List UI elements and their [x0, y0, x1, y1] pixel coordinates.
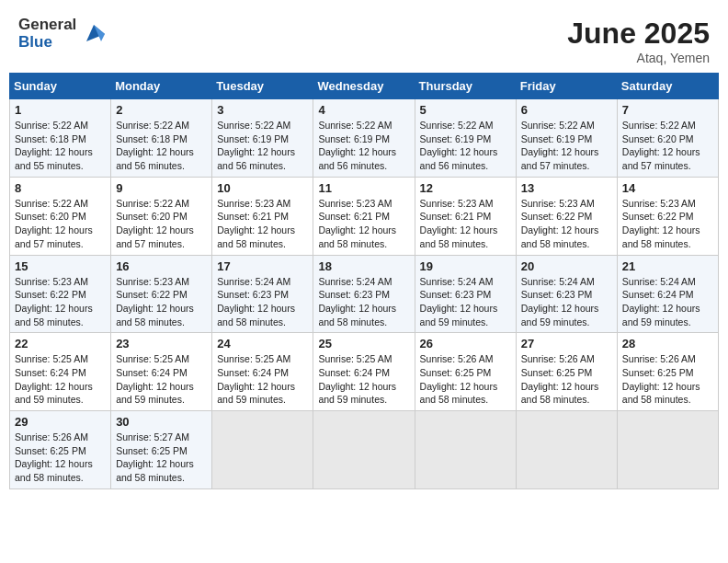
- calendar-cell: [516, 411, 617, 489]
- day-number: 13: [521, 181, 612, 195]
- sunset-label: Sunset: 6:23 PM: [420, 289, 492, 300]
- sunrise-label: Sunrise: 5:27 AM: [116, 431, 189, 442]
- calendar-cell: 10 Sunrise: 5:23 AM Sunset: 6:21 PM Dayl…: [212, 177, 313, 255]
- daylight-label: Daylight: 12 hours and 56 minutes.: [116, 146, 194, 171]
- day-info: Sunrise: 5:23 AM Sunset: 6:22 PM Dayligh…: [15, 275, 106, 329]
- calendar-cell: 19 Sunrise: 5:24 AM Sunset: 6:23 PM Dayl…: [415, 255, 516, 333]
- page-header: General Blue June 2025 Ataq, Yemen: [9, 9, 719, 71]
- sunset-label: Sunset: 6:24 PM: [217, 367, 289, 378]
- day-number: 29: [15, 415, 106, 429]
- calendar-cell: [313, 411, 415, 489]
- day-info: Sunrise: 5:23 AM Sunset: 6:22 PM Dayligh…: [521, 197, 612, 251]
- day-number: 5: [420, 103, 511, 117]
- daylight-label: Daylight: 12 hours and 59 minutes.: [521, 303, 599, 327]
- day-number: 22: [15, 337, 106, 350]
- day-number: 9: [116, 181, 207, 195]
- day-info: Sunrise: 5:24 AM Sunset: 6:23 PM Dayligh…: [217, 275, 308, 329]
- sunset-label: Sunset: 6:24 PM: [622, 289, 694, 300]
- sunset-label: Sunset: 6:19 PM: [217, 133, 289, 144]
- daylight-label: Daylight: 12 hours and 59 minutes.: [622, 303, 700, 327]
- day-number: 25: [318, 337, 409, 350]
- daylight-label: Daylight: 12 hours and 57 minutes.: [622, 146, 700, 171]
- logo-blue: Blue: [18, 34, 76, 52]
- day-header-saturday: Saturday: [617, 74, 718, 99]
- calendar-cell: 26 Sunrise: 5:26 AM Sunset: 6:25 PM Dayl…: [415, 333, 516, 411]
- sunrise-label: Sunrise: 5:26 AM: [521, 353, 595, 364]
- day-info: Sunrise: 5:24 AM Sunset: 6:24 PM Dayligh…: [622, 275, 713, 329]
- day-info: Sunrise: 5:24 AM Sunset: 6:23 PM Dayligh…: [521, 275, 612, 329]
- daylight-label: Daylight: 12 hours and 59 minutes.: [15, 381, 93, 406]
- day-info: Sunrise: 5:25 AM Sunset: 6:24 PM Dayligh…: [217, 352, 308, 407]
- sunset-label: Sunset: 6:25 PM: [420, 367, 492, 378]
- day-info: Sunrise: 5:23 AM Sunset: 6:21 PM Dayligh…: [217, 197, 308, 251]
- day-info: Sunrise: 5:25 AM Sunset: 6:24 PM Dayligh…: [15, 352, 106, 407]
- daylight-label: Daylight: 12 hours and 56 minutes.: [217, 146, 295, 171]
- sunrise-label: Sunrise: 5:24 AM: [420, 276, 494, 287]
- day-number: 8: [15, 181, 106, 195]
- day-info: Sunrise: 5:24 AM Sunset: 6:23 PM Dayligh…: [318, 275, 409, 329]
- day-header-tuesday: Tuesday: [212, 74, 313, 99]
- sunrise-label: Sunrise: 5:23 AM: [521, 198, 595, 209]
- day-number: 3: [217, 103, 308, 117]
- daylight-label: Daylight: 12 hours and 58 minutes.: [318, 224, 396, 249]
- daylight-label: Daylight: 12 hours and 58 minutes.: [116, 303, 194, 327]
- day-info: Sunrise: 5:22 AM Sunset: 6:18 PM Dayligh…: [15, 119, 106, 173]
- daylight-label: Daylight: 12 hours and 59 minutes.: [217, 381, 295, 406]
- sunrise-label: Sunrise: 5:22 AM: [622, 120, 696, 131]
- day-number: 12: [420, 181, 511, 195]
- calendar-cell: 20 Sunrise: 5:24 AM Sunset: 6:23 PM Dayl…: [516, 255, 617, 333]
- day-info: Sunrise: 5:22 AM Sunset: 6:20 PM Dayligh…: [622, 119, 713, 173]
- daylight-label: Daylight: 12 hours and 58 minutes.: [318, 303, 396, 327]
- calendar-cell: 29 Sunrise: 5:26 AM Sunset: 6:25 PM Dayl…: [10, 411, 111, 489]
- calendar-cell: 21 Sunrise: 5:24 AM Sunset: 6:24 PM Dayl…: [617, 255, 718, 333]
- calendar-cell: 13 Sunrise: 5:23 AM Sunset: 6:22 PM Dayl…: [516, 177, 617, 255]
- daylight-label: Daylight: 12 hours and 58 minutes.: [15, 303, 93, 327]
- day-number: 23: [116, 337, 207, 350]
- calendar-cell: 22 Sunrise: 5:25 AM Sunset: 6:24 PM Dayl…: [10, 333, 111, 411]
- sunset-label: Sunset: 6:23 PM: [521, 289, 593, 300]
- title-block: June 2025 Ataq, Yemen: [567, 17, 710, 65]
- sunrise-label: Sunrise: 5:24 AM: [318, 276, 392, 287]
- day-info: Sunrise: 5:22 AM Sunset: 6:19 PM Dayligh…: [521, 119, 612, 173]
- day-number: 19: [420, 259, 511, 273]
- calendar-cell: 9 Sunrise: 5:22 AM Sunset: 6:20 PM Dayli…: [111, 177, 212, 255]
- day-info: Sunrise: 5:26 AM Sunset: 6:25 PM Dayligh…: [521, 352, 612, 407]
- daylight-label: Daylight: 12 hours and 58 minutes.: [521, 224, 599, 249]
- daylight-label: Daylight: 12 hours and 59 minutes.: [420, 303, 498, 327]
- sunset-label: Sunset: 6:22 PM: [521, 211, 593, 222]
- calendar-cell: 6 Sunrise: 5:22 AM Sunset: 6:19 PM Dayli…: [516, 99, 617, 178]
- sunrise-label: Sunrise: 5:26 AM: [420, 353, 494, 364]
- sunrise-label: Sunrise: 5:23 AM: [420, 198, 494, 209]
- sunset-label: Sunset: 6:23 PM: [217, 289, 289, 300]
- daylight-label: Daylight: 12 hours and 58 minutes.: [15, 458, 93, 483]
- logo: General Blue: [18, 17, 108, 51]
- day-info: Sunrise: 5:22 AM Sunset: 6:19 PM Dayligh…: [217, 119, 308, 173]
- sunrise-label: Sunrise: 5:24 AM: [217, 276, 290, 287]
- calendar-cell: 5 Sunrise: 5:22 AM Sunset: 6:19 PM Dayli…: [415, 99, 516, 178]
- day-number: 1: [15, 103, 106, 117]
- day-number: 14: [622, 181, 713, 195]
- day-header-wednesday: Wednesday: [313, 74, 415, 99]
- calendar-week-row: 8 Sunrise: 5:22 AM Sunset: 6:20 PM Dayli…: [10, 177, 719, 255]
- sunrise-label: Sunrise: 5:22 AM: [318, 120, 392, 131]
- calendar-cell: [415, 411, 516, 489]
- day-number: 11: [318, 181, 409, 195]
- sunset-label: Sunset: 6:25 PM: [116, 445, 188, 456]
- day-number: 10: [217, 181, 308, 195]
- day-info: Sunrise: 5:25 AM Sunset: 6:24 PM Dayligh…: [116, 352, 207, 407]
- sunrise-label: Sunrise: 5:22 AM: [15, 198, 88, 209]
- daylight-label: Daylight: 12 hours and 58 minutes.: [116, 458, 194, 483]
- day-number: 16: [116, 259, 207, 273]
- calendar-cell: 23 Sunrise: 5:25 AM Sunset: 6:24 PM Dayl…: [111, 333, 212, 411]
- calendar-cell: 12 Sunrise: 5:23 AM Sunset: 6:21 PM Dayl…: [415, 177, 516, 255]
- calendar-cell: 4 Sunrise: 5:22 AM Sunset: 6:19 PM Dayli…: [313, 99, 415, 178]
- day-info: Sunrise: 5:22 AM Sunset: 6:18 PM Dayligh…: [116, 119, 207, 173]
- day-info: Sunrise: 5:23 AM Sunset: 6:22 PM Dayligh…: [116, 275, 207, 329]
- daylight-label: Daylight: 12 hours and 59 minutes.: [318, 381, 396, 406]
- sunrise-label: Sunrise: 5:23 AM: [217, 198, 290, 209]
- calendar-week-row: 1 Sunrise: 5:22 AM Sunset: 6:18 PM Dayli…: [10, 99, 719, 178]
- day-info: Sunrise: 5:22 AM Sunset: 6:20 PM Dayligh…: [116, 197, 207, 251]
- sunrise-label: Sunrise: 5:25 AM: [217, 353, 290, 364]
- sunrise-label: Sunrise: 5:26 AM: [622, 353, 696, 364]
- sunrise-label: Sunrise: 5:23 AM: [15, 276, 88, 287]
